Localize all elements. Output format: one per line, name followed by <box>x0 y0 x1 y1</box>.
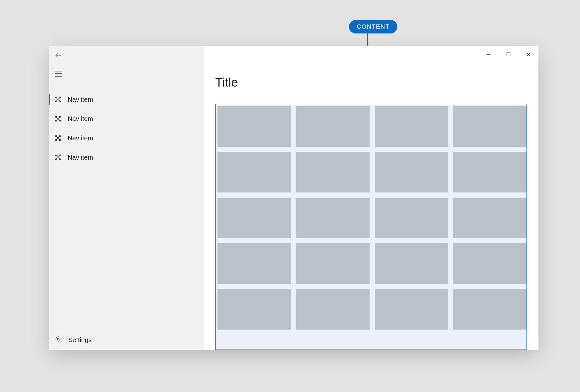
svg-point-11 <box>59 116 61 117</box>
content-grid <box>215 104 527 350</box>
svg-point-23 <box>59 155 61 156</box>
nav-placeholder-icon <box>55 135 61 141</box>
maximize-icon <box>506 52 511 57</box>
svg-point-6 <box>55 101 57 102</box>
app-window: Nav item Nav item <box>49 46 538 350</box>
svg-point-22 <box>55 155 57 156</box>
svg-point-19 <box>59 139 61 141</box>
nav-placeholder-icon <box>55 96 61 103</box>
annotation-content-badge: CONTENT <box>349 20 397 33</box>
svg-rect-30 <box>507 53 510 56</box>
nav-item-label: Nav item <box>68 96 93 103</box>
content-tile[interactable] <box>375 152 448 192</box>
svg-point-28 <box>57 338 59 340</box>
nav-item-1[interactable]: Nav item <box>49 109 204 128</box>
svg-point-24 <box>55 159 57 160</box>
window-minimize-button[interactable] <box>479 46 498 63</box>
content-pane: Title <box>204 46 538 350</box>
hamburger-icon <box>55 70 63 77</box>
content-tile[interactable] <box>375 289 448 330</box>
hamburger-menu-button[interactable] <box>49 65 204 83</box>
settings-label: Settings <box>68 336 92 344</box>
nav-placeholder-icon <box>55 154 61 161</box>
svg-point-16 <box>55 135 57 137</box>
content-tile[interactable] <box>296 106 370 147</box>
content-tile[interactable] <box>453 106 527 147</box>
window-close-button[interactable] <box>518 46 538 63</box>
content-tile[interactable] <box>375 106 448 147</box>
nav-item-label: Nav item <box>68 115 93 123</box>
svg-point-13 <box>59 120 61 121</box>
window-maximize-button[interactable] <box>498 46 518 63</box>
nav-item-2[interactable]: Nav item <box>49 128 204 148</box>
svg-point-18 <box>55 139 57 141</box>
content-tile[interactable] <box>296 198 370 238</box>
minimize-icon <box>486 52 491 57</box>
window-controls <box>479 46 538 63</box>
gear-icon <box>55 336 62 344</box>
content-tile[interactable] <box>453 152 527 192</box>
content-tile[interactable] <box>375 243 448 284</box>
nav-item-label: Nav item <box>68 154 93 161</box>
content-tile[interactable] <box>296 243 370 284</box>
content-tile[interactable] <box>218 152 291 192</box>
content-tile[interactable] <box>375 198 448 238</box>
content-tile[interactable] <box>296 152 370 192</box>
svg-point-4 <box>55 97 57 98</box>
svg-point-12 <box>55 120 57 121</box>
content-tile[interactable] <box>218 289 291 330</box>
content-tile[interactable] <box>296 289 370 330</box>
content-tile[interactable] <box>453 289 527 330</box>
content-tile[interactable] <box>453 243 527 284</box>
content-tile[interactable] <box>218 243 291 284</box>
nav-list: Nav item Nav item <box>49 90 204 167</box>
content-tile[interactable] <box>453 198 527 238</box>
nav-item-3[interactable]: Nav item <box>49 148 204 167</box>
close-icon <box>526 52 531 57</box>
svg-point-25 <box>59 159 61 160</box>
content-tile[interactable] <box>218 106 291 147</box>
annotation-content-label: CONTENT <box>357 23 390 30</box>
nav-placeholder-icon <box>55 116 61 122</box>
back-arrow-icon[interactable] <box>55 51 63 59</box>
content-tile[interactable] <box>218 198 291 238</box>
settings-nav-item[interactable]: Settings <box>49 330 204 350</box>
nav-item-label: Nav item <box>68 135 93 142</box>
svg-point-17 <box>59 135 61 137</box>
svg-point-10 <box>55 116 57 117</box>
nav-item-0[interactable]: Nav item <box>49 90 204 109</box>
page-title: Title <box>215 76 238 89</box>
navigation-sidebar: Nav item Nav item <box>49 46 204 350</box>
svg-point-7 <box>59 101 61 102</box>
svg-point-5 <box>59 97 61 98</box>
